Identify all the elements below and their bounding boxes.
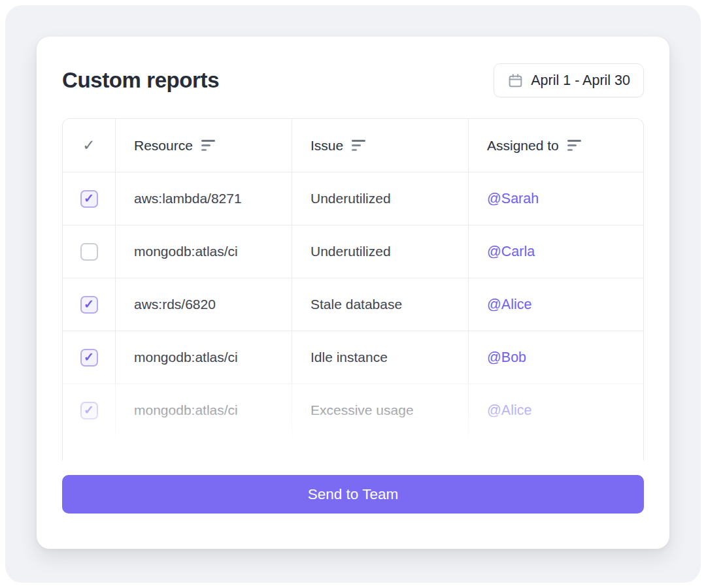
row-checkbox[interactable]: ✓ <box>80 455 98 461</box>
resource-value: aws:lambda/8271 <box>134 191 242 206</box>
table-body: ✓ aws:lambda/8271 Underutilized @Sarah ✓… <box>63 172 643 461</box>
resource-value: mongodb:atlas/ci <box>134 350 238 365</box>
assignee-link[interactable]: @Carla <box>487 244 535 260</box>
checkbox-cell: ✓ <box>63 331 115 384</box>
check-icon: ✓ <box>84 404 94 416</box>
column-label: Issue <box>311 138 343 154</box>
checkbox-cell: ✓ <box>63 278 115 331</box>
assignee-link[interactable]: @Alice <box>487 297 531 313</box>
resource-cell: mongodb:atlas/ci <box>115 225 292 278</box>
issue-value: Excessive usage <box>311 402 414 418</box>
assigned-to-cell: @Sarah <box>468 437 643 461</box>
date-range-label: April 1 - April 30 <box>531 73 630 89</box>
column-header-resource[interactable]: Resource <box>115 119 292 172</box>
resource-cell: aws:lambda/8271 <box>115 172 292 225</box>
row-checkbox[interactable]: ✓ <box>80 349 98 367</box>
issue-cell: Stale database <box>292 278 468 331</box>
issue-value: Underutilized <box>311 455 391 461</box>
issue-cell: Excessive usage <box>292 384 468 436</box>
column-header-issue[interactable]: Issue <box>292 119 468 172</box>
column-label: Resource <box>134 138 193 154</box>
resource-value: aws:rds/6820 <box>134 297 216 312</box>
table-row: ✓ mongodb:atlas/ci Idle instance @Bob <box>63 331 643 384</box>
checkbox-cell: ✓ <box>63 172 115 225</box>
checkbox-cell: ✓ <box>63 225 115 278</box>
issue-value: Underutilized <box>311 244 391 259</box>
check-icon: ✓ <box>84 351 94 363</box>
resource-cell: mongodb:atlas/ci <box>115 331 292 384</box>
assigned-to-cell: @Carla <box>468 225 643 278</box>
date-range-button[interactable]: April 1 - April 30 <box>494 63 644 97</box>
table-row: ✓ aws:rds/6820 Stale database @Alice <box>63 278 643 331</box>
row-checkbox[interactable]: ✓ <box>80 296 98 314</box>
table-row: ✓ aws:lambda/8271 Underutilized @Sarah <box>63 436 643 461</box>
issue-value: Idle instance <box>311 350 388 365</box>
table-row: ✓ mongodb:atlas/ci Excessive usage @Alic… <box>63 384 643 436</box>
sort-icon[interactable] <box>201 140 215 151</box>
checkbox-cell: ✓ <box>63 384 115 436</box>
issue-cell: Underutilized <box>292 172 468 225</box>
page-title: Custom reports <box>62 68 219 93</box>
check-icon: ✓ <box>84 457 94 461</box>
assigned-to-cell: @Alice <box>468 384 643 436</box>
card-header: Custom reports April 1 - April 30 <box>62 63 644 97</box>
resource-value: mongodb:atlas/ci <box>134 244 238 259</box>
sort-icon[interactable] <box>352 140 365 151</box>
assignee-link[interactable]: @Sarah <box>487 455 539 461</box>
assigned-to-cell: @Bob <box>468 331 643 384</box>
checkbox-cell: ✓ <box>63 437 115 461</box>
check-icon: ✓ <box>84 192 94 204</box>
issue-cell: Underutilized <box>292 225 468 278</box>
row-checkbox[interactable]: ✓ <box>80 190 98 208</box>
column-header-assigned-to[interactable]: Assigned to <box>468 119 643 172</box>
check-icon: ✓ <box>82 137 95 154</box>
row-checkbox[interactable]: ✓ <box>80 243 98 261</box>
custom-reports-card: Custom reports April 1 - April 30 ✓ <box>37 37 669 549</box>
resource-cell: mongodb:atlas/ci <box>115 384 292 436</box>
sort-icon[interactable] <box>567 140 581 151</box>
table-row: ✓ mongodb:atlas/ci Underutilized @Carla <box>63 225 643 278</box>
resource-cell: aws:rds/6820 <box>115 278 292 331</box>
resource-cell: aws:lambda/8271 <box>115 437 292 461</box>
assigned-to-cell: @Sarah <box>468 172 643 225</box>
column-label: Assigned to <box>487 138 559 154</box>
app-background-panel: Custom reports April 1 - April 30 ✓ <box>5 5 701 583</box>
assignee-link[interactable]: @Alice <box>487 402 531 419</box>
issue-value: Underutilized <box>311 191 391 206</box>
calendar-icon <box>507 73 524 89</box>
issue-value: Stale database <box>311 297 402 312</box>
resource-value: aws:lambda/8271 <box>134 455 242 461</box>
row-checkbox[interactable]: ✓ <box>80 402 98 419</box>
issue-cell: Idle instance <box>292 331 468 384</box>
send-to-team-button[interactable]: Send to Team <box>62 475 644 514</box>
table-header-row: ✓ Resource Issue Assigned to <box>63 119 643 172</box>
reports-table: ✓ Resource Issue Assigned to ✓ <box>62 118 644 461</box>
table-row: ✓ aws:lambda/8271 Underutilized @Sarah <box>63 172 643 225</box>
assignee-link[interactable]: @Sarah <box>487 191 539 207</box>
resource-value: mongodb:atlas/ci <box>134 402 238 418</box>
assignee-link[interactable]: @Bob <box>487 350 526 366</box>
assigned-to-cell: @Alice <box>468 278 643 331</box>
check-icon: ✓ <box>84 298 94 310</box>
select-all-cell[interactable]: ✓ <box>63 119 115 172</box>
issue-cell: Underutilized <box>292 437 468 461</box>
